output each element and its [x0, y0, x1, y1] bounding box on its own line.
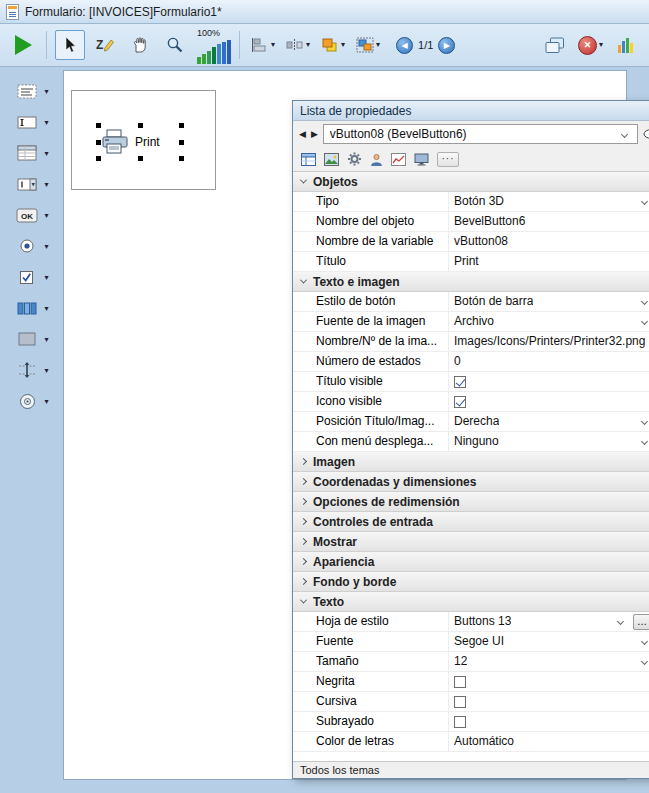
- property-value-cell[interactable]: Automático: [448, 732, 649, 751]
- group-dropdown[interactable]: ▾: [353, 34, 383, 56]
- selection-handle[interactable]: [179, 123, 184, 128]
- unchecked-checkbox[interactable]: [454, 696, 466, 708]
- chevron-down-icon[interactable]: [617, 618, 624, 625]
- zoom-tool-button[interactable]: [160, 30, 190, 60]
- checked-checkbox[interactable]: [454, 396, 466, 408]
- chevron-down-icon[interactable]: ▾: [44, 273, 48, 282]
- picture-theme-button[interactable]: [324, 153, 339, 166]
- zoom-bar[interactable]: [212, 47, 216, 64]
- property-value-cell[interactable]: [448, 692, 649, 711]
- selection-handle[interactable]: [96, 156, 101, 161]
- property-value-cell[interactable]: Images/Icons/Printers/Printer32.png: [448, 332, 649, 351]
- unchecked-checkbox[interactable]: [454, 676, 466, 688]
- property-value-cell[interactable]: [448, 712, 649, 731]
- section-header[interactable]: Objetos: [293, 172, 649, 192]
- zoom-bar[interactable]: [202, 54, 206, 64]
- align-dropdown[interactable]: ▾: [248, 34, 278, 56]
- section-header[interactable]: Controles de entrada: [293, 512, 649, 532]
- property-value[interactable]: Derecha: [454, 412, 499, 431]
- layer-dropdown[interactable]: ▾: [318, 34, 348, 56]
- property-value-cell[interactable]: Buttons 13…: [448, 612, 649, 631]
- property-value[interactable]: Segoe UI: [454, 632, 504, 651]
- entry-order-button[interactable]: Z: [90, 30, 120, 60]
- property-value[interactable]: Archivo: [454, 312, 494, 331]
- chevron-down-icon[interactable]: ▾: [44, 366, 48, 375]
- display-theme-button[interactable]: [414, 153, 429, 166]
- settings-theme-button[interactable]: [347, 152, 362, 166]
- section-header[interactable]: Mostrar: [293, 532, 649, 552]
- zoom-bar[interactable]: [217, 44, 221, 64]
- chevron-down-icon[interactable]: ▾: [44, 118, 48, 127]
- property-value[interactable]: Images/Icons/Printers/Printer32.png: [454, 332, 645, 351]
- combobox-tool[interactable]: [14, 173, 40, 195]
- ok-button-tool[interactable]: OK: [14, 204, 40, 226]
- selection-handle[interactable]: [179, 156, 184, 161]
- zoom-bar[interactable]: [207, 51, 211, 64]
- themes-footer[interactable]: Todos los temas: [293, 761, 649, 778]
- section-header[interactable]: Imagen: [293, 452, 649, 472]
- chevron-down-icon[interactable]: ▾: [44, 304, 48, 313]
- visibility-dropdown[interactable]: ▾: [643, 129, 649, 139]
- section-header[interactable]: Texto e imagen: [293, 272, 649, 292]
- property-value[interactable]: Print: [454, 252, 479, 271]
- chevron-down-icon[interactable]: ▾: [44, 397, 48, 406]
- badge-dropdown[interactable]: ✕ ▾: [575, 33, 606, 58]
- chevron-down-icon[interactable]: ▾: [44, 180, 48, 189]
- chevron-down-icon[interactable]: ▾: [599, 41, 603, 49]
- selection-handle[interactable]: [179, 140, 184, 145]
- ellipsis-button[interactable]: …: [633, 614, 649, 630]
- run-form-button[interactable]: [8, 30, 38, 60]
- chevron-down-icon[interactable]: ▾: [306, 41, 310, 49]
- property-value-cell[interactable]: [448, 392, 649, 411]
- property-value[interactable]: Buttons 13: [454, 612, 511, 631]
- property-value-cell[interactable]: vButton08: [448, 232, 649, 251]
- section-header[interactable]: Apariencia: [293, 552, 649, 572]
- property-list-titlebar[interactable]: Lista de propiedades ✕: [293, 101, 649, 121]
- static-text-tool[interactable]: [14, 80, 40, 102]
- property-value-cell[interactable]: 12: [448, 652, 649, 671]
- zoom-bar[interactable]: [197, 57, 201, 64]
- prev-object-button[interactable]: ◀: [299, 129, 306, 139]
- chevron-down-icon[interactable]: ▾: [44, 87, 48, 96]
- chevron-down-icon[interactable]: [641, 418, 648, 425]
- oval-tool[interactable]: [14, 390, 40, 412]
- prev-page-button[interactable]: ◀: [396, 37, 413, 54]
- chevron-down-icon[interactable]: ▾: [341, 41, 345, 49]
- distribute-dropdown[interactable]: ▾: [283, 34, 313, 56]
- property-value[interactable]: Automático: [454, 732, 514, 751]
- property-value-cell[interactable]: Ninguno: [448, 432, 649, 451]
- chevron-down-icon[interactable]: [641, 198, 648, 205]
- property-value-cell[interactable]: Botón de barra: [448, 292, 649, 311]
- chevron-down-icon[interactable]: ▾: [44, 242, 48, 251]
- property-value[interactable]: vButton08: [454, 232, 508, 251]
- property-value-cell[interactable]: Derecha: [448, 412, 649, 431]
- object-selector-dropdown[interactable]: vButton08 (BevelButton6): [323, 124, 638, 144]
- property-value-cell[interactable]: BevelButton6: [448, 212, 649, 231]
- section-header[interactable]: Coordenadas y dimensiones: [293, 472, 649, 492]
- property-value-cell[interactable]: Segoe UI: [448, 632, 649, 651]
- property-value[interactable]: 0: [454, 352, 461, 371]
- property-value-cell[interactable]: Archivo: [448, 312, 649, 331]
- views-button[interactable]: [611, 30, 641, 60]
- splitter-tool[interactable]: [14, 359, 40, 381]
- property-value[interactable]: Botón 3D: [454, 192, 504, 211]
- pan-tool-button[interactable]: [125, 30, 155, 60]
- form-canvas[interactable]: Print Lista de propiedades ✕ ◀ ▶: [63, 70, 627, 780]
- chevron-down-icon[interactable]: [641, 318, 648, 325]
- selection-handle[interactable]: [138, 156, 143, 161]
- chevron-down-icon[interactable]: ▾: [271, 41, 275, 49]
- rectangle-tool[interactable]: [14, 328, 40, 350]
- zoom-bar[interactable]: [222, 42, 226, 64]
- section-header[interactable]: Texto: [293, 592, 649, 612]
- property-value[interactable]: Botón de barra: [454, 292, 533, 311]
- more-themes-button[interactable]: ···: [437, 152, 459, 167]
- property-value-cell[interactable]: [448, 672, 649, 691]
- selection-handle[interactable]: [138, 123, 143, 128]
- chevron-down-icon[interactable]: [641, 638, 648, 645]
- chevron-down-icon[interactable]: ▾: [376, 41, 380, 49]
- section-header[interactable]: Opciones de redimensión: [293, 492, 649, 512]
- chart-theme-button[interactable]: [391, 153, 406, 166]
- radio-button-tool[interactable]: [14, 235, 40, 257]
- button-grid-tool[interactable]: [14, 297, 40, 319]
- selection-handle[interactable]: [96, 140, 101, 145]
